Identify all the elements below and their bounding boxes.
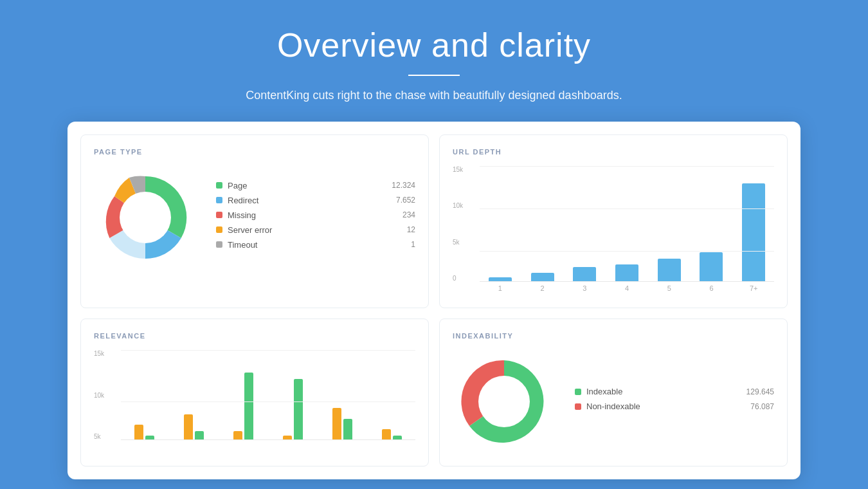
legend-label-missing: Missing [228, 210, 402, 220]
y-label-10k: 10k [453, 202, 463, 209]
legend-dot-redirect [216, 197, 222, 203]
dashboard-container: PAGE TYPE [68, 122, 800, 479]
url-bar-2 [531, 273, 554, 281]
url-x-label-4: 4 [609, 284, 645, 292]
legend-label-timeout: Timeout [228, 240, 411, 250]
url-bar-group-5 [651, 259, 687, 281]
rel-bar-green-3 [294, 379, 303, 439]
legend-item-redirect: Redirect 7.652 [216, 196, 415, 205]
svg-point-0 [120, 192, 171, 243]
page-title: Overview and clarity [246, 26, 622, 64]
url-depth-chart: 1234567+ [480, 166, 774, 295]
legend-label-page: Page [228, 181, 392, 190]
relevance-chart [121, 350, 415, 453]
rel-grid-1 [121, 350, 415, 351]
url-bar-group-1 [482, 277, 518, 281]
rel-y-label-5k: 5k [94, 433, 104, 440]
rel-bar-orange-2 [233, 431, 242, 439]
relevance-card: RELEVANCE 15k 10k 5k [80, 318, 429, 466]
rel-bar-green-1 [195, 431, 204, 439]
legend-dot-indexable [575, 389, 581, 395]
relevance-title: RELEVANCE [94, 332, 415, 340]
page-type-content: Page 12.324 Redirect 7.652 Missing 234 S… [94, 166, 415, 269]
legend-dot-missing [216, 212, 222, 218]
url-depth-x-labels: 1234567+ [480, 282, 774, 292]
rel-bar-green-4 [343, 419, 352, 440]
rel-bar-orange-0 [134, 425, 143, 439]
rel-bar-group-4 [321, 408, 363, 439]
legend-dot-non-indexable [575, 403, 581, 410]
url-x-label-6: 6 [694, 284, 730, 292]
url-bar-group-2 [525, 273, 561, 281]
rel-bar-group-5 [371, 429, 413, 439]
url-depth-title: URL DEPTH [453, 148, 774, 156]
relevance-bars [121, 350, 415, 440]
legend-label-indexable: Indexable [586, 387, 746, 396]
legend-dot-timeout [216, 241, 222, 248]
indexability-card: INDEXABILITY Indexable 129.645 [439, 318, 788, 466]
rel-bar-group-1 [173, 414, 215, 439]
legend-label-non-indexable: Non-indexable [586, 401, 750, 411]
legend-value-server-error: 12 [407, 225, 415, 234]
url-bar-3 [573, 267, 596, 281]
rel-bar-green-2 [244, 373, 253, 439]
legend-dot-server-error [216, 226, 222, 233]
url-bar-1 [489, 277, 512, 281]
legend-label-server-error: Server error [228, 225, 407, 235]
indexability-content: Indexable 129.645 Non-indexable 76.087 [453, 350, 774, 453]
rel-bar-orange-5 [382, 429, 391, 439]
rel-bar-group-0 [123, 425, 165, 439]
url-depth-card: URL DEPTH 15k 10k 5k 0 1234567+ [439, 134, 788, 308]
url-x-label-7+: 7+ [736, 284, 772, 292]
legend-value-page: 12.324 [392, 181, 415, 190]
legend-item-server-error: Server error 12 [216, 225, 415, 235]
rel-bar-orange-1 [184, 414, 193, 439]
page-header: Overview and clarity ContentKing cuts ri… [233, 0, 635, 122]
indexability-legend: Indexable 129.645 Non-indexable 76.087 [575, 387, 774, 416]
rel-y-label-15k: 15k [94, 350, 104, 357]
legend-item-page: Page 12.324 [216, 181, 415, 190]
url-bar-group-4 [609, 264, 645, 281]
rel-bar-orange-4 [332, 408, 341, 439]
rel-bar-group-2 [222, 373, 264, 439]
legend-value-indexable: 129.645 [746, 387, 774, 396]
url-x-label-1: 1 [482, 284, 518, 292]
rel-bar-green-0 [145, 436, 154, 440]
legend-item-missing: Missing 234 [216, 210, 415, 220]
page-type-card: PAGE TYPE [80, 134, 429, 308]
relevance-chart-wrapper: 15k 10k 5k [94, 350, 415, 453]
page-type-title: PAGE TYPE [94, 148, 415, 156]
grid-line-2 [480, 251, 774, 252]
header-subtitle: ContentKing cuts right to the chase with… [246, 89, 622, 102]
url-bar-group-7+ [736, 183, 772, 281]
url-bar-group-6 [694, 252, 730, 281]
header-divider [408, 75, 460, 76]
y-label-5k: 5k [453, 239, 463, 246]
legend-value-redirect: 7.652 [396, 196, 415, 205]
url-bar-4 [615, 264, 638, 281]
legend-value-non-indexable: 76.087 [750, 402, 774, 411]
rel-bar-green-5 [393, 436, 402, 440]
legend-item-non-indexable: Non-indexable 76.087 [575, 401, 774, 411]
indexability-title: INDEXABILITY [453, 332, 774, 340]
url-x-label-5: 5 [651, 284, 687, 292]
legend-item-timeout: Timeout 1 [216, 240, 415, 250]
legend-item-indexable: Indexable 129.645 [575, 387, 774, 396]
rel-bar-group-3 [272, 379, 314, 439]
rel-y-label-10k: 10k [94, 392, 104, 399]
y-label-0: 0 [453, 275, 463, 282]
rel-bar-orange-3 [283, 436, 292, 440]
legend-label-redirect: Redirect [228, 196, 396, 205]
url-x-label-2: 2 [525, 284, 561, 292]
url-bar-6 [700, 252, 723, 281]
page-type-donut [94, 166, 197, 269]
rel-grid-2 [121, 401, 415, 402]
legend-value-timeout: 1 [411, 240, 415, 249]
url-depth-bars [480, 166, 774, 282]
grid-line-top [480, 166, 774, 167]
svg-point-1 [478, 376, 530, 427]
legend-dot-page [216, 182, 222, 189]
y-label-15k: 15k [453, 166, 463, 173]
url-bar-group-3 [566, 267, 602, 281]
legend-value-missing: 234 [402, 210, 415, 219]
